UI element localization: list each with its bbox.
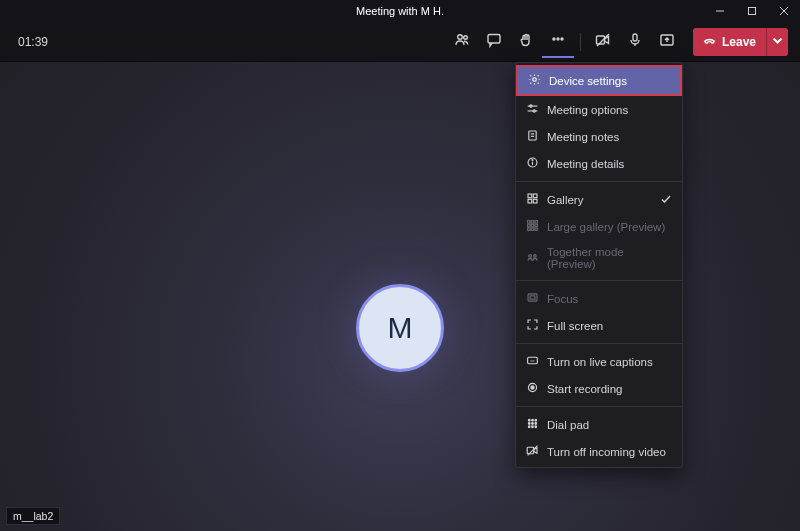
hangup-icon <box>703 34 716 50</box>
svg-rect-36 <box>531 228 533 230</box>
participant-avatar: M <box>352 280 448 376</box>
together-icon <box>526 251 539 266</box>
menu-label: Large gallery (Preview) <box>547 221 665 233</box>
chat-icon <box>486 32 502 52</box>
share-button[interactable] <box>651 26 683 58</box>
svg-point-46 <box>528 419 530 421</box>
menu-meeting-options[interactable]: Meeting options <box>516 96 682 123</box>
chevron-down-icon <box>771 34 784 50</box>
large-grid-icon <box>526 219 539 234</box>
titlebar: Meeting with M H. <box>0 0 800 22</box>
more-menu: Device settings Meeting options Meeting … <box>515 62 683 468</box>
menu-focus: Focus <box>516 285 682 312</box>
svg-point-24 <box>532 160 533 161</box>
svg-point-8 <box>557 38 559 40</box>
notes-icon <box>526 129 539 144</box>
svg-rect-32 <box>528 224 530 226</box>
svg-rect-37 <box>535 228 537 230</box>
svg-rect-33 <box>531 224 533 226</box>
avatar-initial: M <box>388 311 413 345</box>
minimize-button[interactable] <box>704 0 736 22</box>
menu-separator <box>516 406 682 407</box>
menu-label: Dial pad <box>547 419 589 431</box>
svg-point-47 <box>532 419 534 421</box>
menu-label: Meeting notes <box>547 131 619 143</box>
menu-label: Start recording <box>547 383 622 395</box>
participants-button[interactable] <box>446 26 478 58</box>
menu-start-recording[interactable]: Start recording <box>516 375 682 402</box>
grid-icon <box>526 192 539 207</box>
svg-rect-40 <box>528 294 537 301</box>
svg-point-54 <box>535 426 537 428</box>
svg-rect-26 <box>533 194 537 198</box>
menu-turn-off-incoming-video[interactable]: Turn off incoming video <box>516 438 682 465</box>
raise-hand-button[interactable] <box>510 26 542 58</box>
info-icon <box>526 156 539 171</box>
mic-button[interactable] <box>619 26 651 58</box>
sliders-icon <box>526 102 539 117</box>
svg-rect-35 <box>528 228 530 230</box>
menu-together-mode: Together mode (Preview) <box>516 240 682 276</box>
svg-rect-25 <box>528 194 532 198</box>
menu-dial-pad[interactable]: Dial pad <box>516 411 682 438</box>
svg-rect-34 <box>535 224 537 226</box>
svg-point-5 <box>464 35 468 39</box>
camera-off-icon <box>595 32 611 52</box>
svg-rect-6 <box>488 34 500 43</box>
svg-rect-41 <box>530 296 535 299</box>
menu-separator <box>516 280 682 281</box>
fullscreen-icon <box>526 318 539 333</box>
menu-full-screen[interactable]: Full screen <box>516 312 682 339</box>
chat-button[interactable] <box>478 26 510 58</box>
camera-button[interactable] <box>587 26 619 58</box>
menu-device-settings[interactable]: Device settings <box>516 65 682 96</box>
meeting-toolbar: 01:39 Leave <box>0 22 800 62</box>
dialpad-icon <box>526 417 539 432</box>
menu-label: Gallery <box>547 194 583 206</box>
svg-point-4 <box>458 34 463 39</box>
svg-point-45 <box>531 386 534 389</box>
window-title: Meeting with M H. <box>356 5 444 17</box>
menu-gallery[interactable]: Gallery <box>516 186 682 213</box>
svg-rect-27 <box>528 199 532 203</box>
svg-text:cc: cc <box>530 358 534 363</box>
app-window: Meeting with M H. 01:39 <box>0 0 800 531</box>
people-icon <box>454 32 470 52</box>
leave-button[interactable]: Leave <box>693 28 788 56</box>
leave-label: Leave <box>722 35 756 49</box>
self-name-tag: m__lab2 <box>6 507 60 525</box>
meeting-timer: 01:39 <box>18 35 48 49</box>
menu-live-captions[interactable]: cc Turn on live captions <box>516 348 682 375</box>
gear-icon <box>528 73 541 88</box>
svg-rect-31 <box>535 221 537 223</box>
menu-label: Device settings <box>549 75 627 87</box>
menu-label: Full screen <box>547 320 603 332</box>
svg-rect-19 <box>529 131 536 140</box>
checkmark-icon <box>660 193 672 207</box>
menu-label: Meeting details <box>547 158 624 170</box>
svg-point-14 <box>533 78 537 82</box>
menu-label: Focus <box>547 293 578 305</box>
svg-rect-29 <box>528 221 530 223</box>
hand-icon <box>518 32 534 52</box>
menu-meeting-notes[interactable]: Meeting notes <box>516 123 682 150</box>
svg-point-53 <box>532 426 534 428</box>
video-off-icon <box>526 444 539 459</box>
close-button[interactable] <box>768 0 800 22</box>
menu-label: Turn on live captions <box>547 356 653 368</box>
more-button[interactable] <box>542 26 574 58</box>
svg-point-9 <box>561 38 563 40</box>
menu-label: Turn off incoming video <box>547 446 666 458</box>
svg-point-38 <box>529 254 532 257</box>
menu-large-gallery: Large gallery (Preview) <box>516 213 682 240</box>
svg-rect-1 <box>749 8 756 15</box>
toolbar-divider <box>580 33 581 51</box>
svg-rect-30 <box>531 221 533 223</box>
more-icon <box>550 31 566 51</box>
svg-point-51 <box>535 423 537 425</box>
menu-meeting-details[interactable]: Meeting details <box>516 150 682 177</box>
focus-icon <box>526 291 539 306</box>
leave-caret[interactable] <box>766 28 788 56</box>
maximize-button[interactable] <box>736 0 768 22</box>
svg-point-52 <box>528 426 530 428</box>
